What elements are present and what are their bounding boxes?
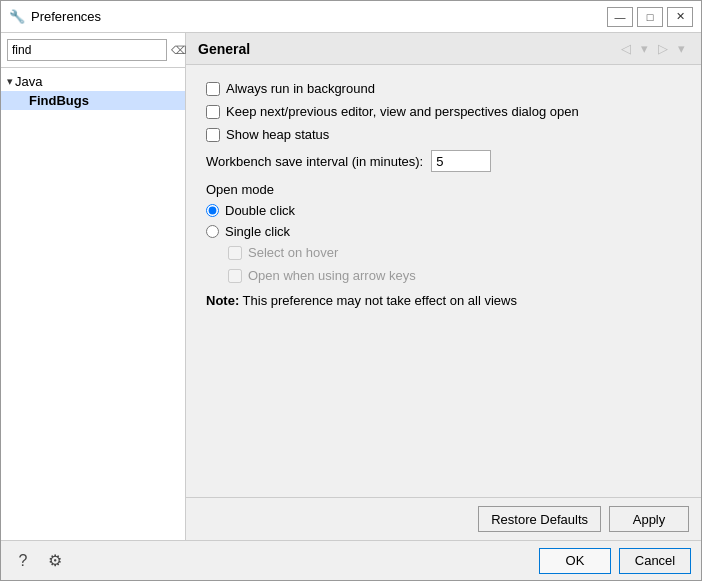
apply-button[interactable]: Apply (609, 506, 689, 532)
panel-nav: ◁ ▾ ▷ ▾ (617, 39, 689, 58)
search-container: ⌫ (1, 33, 185, 68)
forward-dropdown-button[interactable]: ▾ (674, 39, 689, 58)
double-click-label[interactable]: Double click (225, 203, 295, 218)
expand-icon: ▾ (7, 75, 13, 88)
open-arrow-row: Open when using arrow keys (228, 268, 681, 283)
always-run-row: Always run in background (206, 81, 681, 96)
workbench-save-input[interactable] (431, 150, 491, 172)
select-hover-row: Select on hover (228, 245, 681, 260)
preferences-window: 🔧 Preferences — □ ✕ ⌫ ▾ Java FindBugs (0, 0, 702, 581)
always-run-checkbox[interactable] (206, 82, 220, 96)
back-button[interactable]: ◁ (617, 39, 635, 58)
note-row: Note: This preference may not take effec… (206, 293, 681, 308)
title-bar: 🔧 Preferences — □ ✕ (1, 1, 701, 33)
panel-body: Always run in background Keep next/previ… (186, 65, 701, 497)
double-click-radio[interactable] (206, 204, 219, 217)
footer: ? ⚙ OK Cancel (1, 540, 701, 580)
footer-left: ? ⚙ (11, 549, 67, 573)
note-text: This preference may not take effect on a… (239, 293, 517, 308)
show-heap-row: Show heap status (206, 127, 681, 142)
cancel-button[interactable]: Cancel (619, 548, 691, 574)
search-input[interactable] (7, 39, 167, 61)
show-heap-label[interactable]: Show heap status (226, 127, 329, 142)
workbench-save-row: Workbench save interval (in minutes): (206, 150, 681, 172)
right-panel: General ◁ ▾ ▷ ▾ Always run in background (186, 33, 701, 540)
keep-next-label[interactable]: Keep next/previous editor, view and pers… (226, 104, 579, 119)
select-hover-label: Select on hover (248, 245, 338, 260)
minimize-button[interactable]: — (607, 7, 633, 27)
workbench-save-label: Workbench save interval (in minutes): (206, 154, 423, 169)
double-click-row: Double click (206, 203, 681, 218)
tree-label-java: Java (15, 74, 42, 89)
back-dropdown-button[interactable]: ▾ (637, 39, 652, 58)
panel-header: General ◁ ▾ ▷ ▾ (186, 33, 701, 65)
keep-next-row: Keep next/previous editor, view and pers… (206, 104, 681, 119)
tree-label-findbugs: FindBugs (29, 93, 89, 108)
tree-area: ▾ Java FindBugs (1, 68, 185, 540)
note-bold: Note: (206, 293, 239, 308)
search-clear-button[interactable]: ⌫ (171, 41, 187, 59)
sub-options: Select on hover Open when using arrow ke… (206, 245, 681, 283)
forward-button[interactable]: ▷ (654, 39, 672, 58)
title-controls: — □ ✕ (607, 7, 693, 27)
footer-right: OK Cancel (539, 548, 691, 574)
tree-item-java[interactable]: ▾ Java (1, 72, 185, 91)
panel-title: General (198, 41, 250, 57)
ok-button[interactable]: OK (539, 548, 611, 574)
open-mode-label: Open mode (206, 182, 681, 197)
tree-item-findbugs[interactable]: FindBugs (1, 91, 185, 110)
keep-next-checkbox[interactable] (206, 105, 220, 119)
maximize-button[interactable]: □ (637, 7, 663, 27)
settings-icon-button[interactable]: ⚙ (43, 549, 67, 573)
single-click-label[interactable]: Single click (225, 224, 290, 239)
restore-defaults-button[interactable]: Restore Defaults (478, 506, 601, 532)
window-icon: 🔧 (9, 9, 25, 25)
always-run-label[interactable]: Always run in background (226, 81, 375, 96)
single-click-radio[interactable] (206, 225, 219, 238)
single-click-row: Single click (206, 224, 681, 239)
show-heap-checkbox[interactable] (206, 128, 220, 142)
select-hover-checkbox (228, 246, 242, 260)
sidebar: ⌫ ▾ Java FindBugs (1, 33, 186, 540)
panel-bottom-buttons: Restore Defaults Apply (186, 497, 701, 540)
help-button[interactable]: ? (11, 549, 35, 573)
main-content: ⌫ ▾ Java FindBugs General ◁ ▾ ▷ ▾ (1, 33, 701, 540)
open-arrow-checkbox (228, 269, 242, 283)
window-title: Preferences (31, 9, 607, 24)
close-button[interactable]: ✕ (667, 7, 693, 27)
open-arrow-label: Open when using arrow keys (248, 268, 416, 283)
